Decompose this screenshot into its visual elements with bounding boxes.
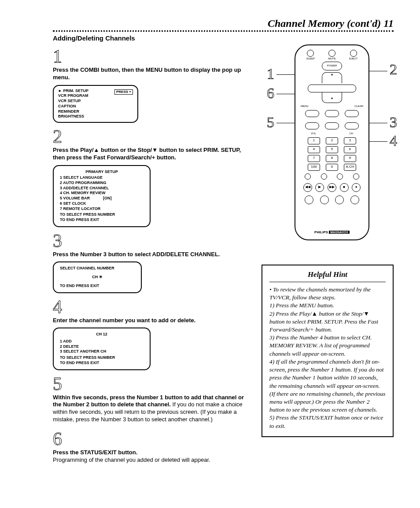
menu4-foot: TO SELECT PRESS NUMBER TO END PRESS EXIT xyxy=(60,355,144,365)
step-number-3: 3 xyxy=(53,232,62,250)
key-0: 0 xyxy=(326,164,338,171)
stop-icon: ■ xyxy=(340,183,349,192)
key-3: 3 xyxy=(344,137,356,144)
callout-1: 1 xyxy=(267,66,274,82)
step-6-rest: Programming of the channel you added or … xyxy=(53,456,248,464)
step-number-2: 2 xyxy=(53,127,62,146)
dpad-up: ▲ xyxy=(322,72,342,83)
helpful-hint-title: Helpful Hint xyxy=(269,270,386,282)
tiny-4 xyxy=(353,173,359,180)
key-8: 8 xyxy=(326,155,338,162)
right-column: 1 2 6 5 3 4 SLEEP MUTE EJECT POWER ▲ xyxy=(262,44,394,468)
section-title: Adding/Deleting Channels xyxy=(53,34,394,42)
eject-label: EJECT xyxy=(349,57,357,60)
callout-2: 2 xyxy=(390,61,397,78)
tiny-1 xyxy=(305,173,311,180)
vol-pill xyxy=(305,110,319,117)
step-number-5: 5 xyxy=(53,375,62,393)
key-5: 5 xyxy=(326,146,338,153)
eject-button xyxy=(350,50,357,57)
menu-label: MENU xyxy=(301,105,309,107)
ch-pill xyxy=(345,110,359,117)
step-6-text: Press the STATUS/EXIT button. Programmin… xyxy=(53,449,248,464)
tiny-2 xyxy=(321,173,327,180)
dpad: ▲ ▼ xyxy=(308,72,356,103)
remote-diagram: 1 2 6 5 3 4 SLEEP MUTE EJECT POWER ▲ xyxy=(270,44,394,247)
key-100: 100 xyxy=(308,164,320,171)
ff-icon: ▶▶ xyxy=(328,183,336,192)
clear-label: CLEAR xyxy=(354,105,363,107)
menu2-items: 1 SELECT LANGUAGE 2 AUTO PROGRAMMING 3 A… xyxy=(60,175,144,211)
ch-label: CH xyxy=(349,132,353,135)
menu2-title: PRIMARY SETUP xyxy=(60,169,144,175)
helpful-hint-box: Helpful Hint • To review the channels me… xyxy=(262,265,394,437)
number-pad: 123 456 789 1000A.CH xyxy=(308,137,356,171)
key-9: 9 xyxy=(344,155,356,162)
key-2: 2 xyxy=(326,137,338,144)
rec-icon: ● xyxy=(352,183,361,192)
menu3-top: SELECT CHANNEL NUMBER xyxy=(60,266,135,271)
sleep-button xyxy=(307,50,314,57)
key-7: 7 xyxy=(308,155,320,162)
mid-pill-2 xyxy=(325,122,339,129)
step-4-text: Enter the channel number you want to add… xyxy=(53,317,248,324)
dotted-rule xyxy=(53,30,394,32)
callout-3: 3 xyxy=(390,114,397,131)
menu3-mid: CH ✳ xyxy=(60,275,135,280)
step-number-6: 6 xyxy=(53,430,62,448)
menu-box-3: SELECT CHANNEL NUMBER CH ✳ TO END PRESS … xyxy=(53,261,142,293)
helpful-hint-body: • To review the channels memorized by th… xyxy=(269,286,386,430)
page-title: Channel Memory (cont'd) 11 xyxy=(53,18,394,29)
ch-pill-2 xyxy=(345,122,359,129)
vol-label: VOL xyxy=(311,132,316,135)
step-2-text: Press the Play/▲ button or the Stop/▼ bu… xyxy=(53,147,248,162)
mute-label: MUTE xyxy=(328,57,335,60)
dpad-down: ▼ xyxy=(322,92,342,103)
extra-1 xyxy=(305,195,313,204)
power-button: POWER xyxy=(322,62,342,70)
extra-4 xyxy=(350,195,359,204)
step-number-4: 4 xyxy=(53,298,62,316)
callout-4: 4 xyxy=(390,133,397,149)
menu2-foot: TO SELECT PRESS NUMBER TO END PRESS EXIT xyxy=(60,212,144,222)
brand-label: PHILIPSMAGNAVOX xyxy=(295,230,368,234)
rew-icon: ◀◀ xyxy=(303,183,312,192)
left-column: 1 Press the COMBI button, then the MENU … xyxy=(53,44,248,468)
press-plus-label: PRESS + xyxy=(114,89,133,95)
remote-body: SLEEP MUTE EJECT POWER ▲ ▼ MENUCLEAR VOL… xyxy=(295,44,369,240)
menu-box-4: CH 12 1 ADD 2 DELETE 3 SELECT ANOTHER CH… xyxy=(53,328,151,370)
key-4: 4 xyxy=(308,146,320,153)
menu3-foot: TO END PRESS EXIT xyxy=(60,283,135,289)
callout-5: 5 xyxy=(267,114,274,131)
brand2-label: MAGNAVOX xyxy=(329,231,350,234)
tiny-3 xyxy=(337,173,343,180)
menu4-items: 1 ADD 2 DELETE 3 SELECT ANOTHER CH xyxy=(60,339,144,354)
key-ach: A.CH xyxy=(344,164,356,171)
step-1-text: Press the COMBI button, then the MENU bu… xyxy=(53,66,248,81)
extra-3 xyxy=(335,195,344,204)
step-number-1: 1 xyxy=(53,47,62,66)
key-6: 6 xyxy=(344,146,356,153)
key-1: 1 xyxy=(308,137,320,144)
menu-box-2: PRIMARY SETUP 1 SELECT LANGUAGE 2 AUTO P… xyxy=(53,165,151,227)
callout-6: 6 xyxy=(267,85,274,102)
mute-button xyxy=(328,50,335,57)
mid-pill xyxy=(325,110,339,117)
step-6-bold: Press the STATUS/EXIT button. xyxy=(53,449,248,456)
dpad-horiz xyxy=(308,85,356,92)
step-3-text: Press the Number 3 button to select ADD/… xyxy=(53,251,248,258)
sleep-label: SLEEP xyxy=(306,57,315,60)
step-5-text: Within five seconds, press the Number 1 … xyxy=(53,394,248,424)
extra-2 xyxy=(320,195,329,204)
menu4-top: CH 12 xyxy=(60,332,144,337)
menu-box-1: PRESS + ► PRIM. SETUP VCR PROGRAM VCR SE… xyxy=(53,85,138,123)
vol-pill-2 xyxy=(305,122,319,129)
play-icon: ▶ xyxy=(315,183,324,192)
